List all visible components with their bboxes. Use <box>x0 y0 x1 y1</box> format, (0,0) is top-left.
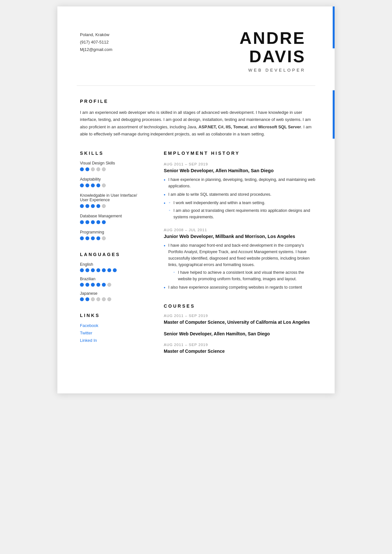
dot <box>85 167 89 171</box>
profile-text: I am an experienced web developer who is… <box>80 109 315 137</box>
skill-dots <box>80 236 151 240</box>
sub-bullet-item: I am also good at translating client req… <box>169 207 315 220</box>
courses-title: COURSES <box>164 303 315 309</box>
course-item-2: Senior Web Developer, Allen Hamilton, Sa… <box>164 331 315 336</box>
sub-bullets: I work well independently and within a t… <box>164 200 315 220</box>
languages-section: LANGUAGES English <box>80 252 151 301</box>
skill-adaptability: Adaptability <box>80 177 151 187</box>
dot <box>102 236 106 240</box>
job-bullets-1: I have experience in planning, developin… <box>164 176 315 220</box>
profile-title: PROFILE <box>80 99 315 104</box>
profile-section: PROFILE I am an experienced web develope… <box>80 99 315 137</box>
skill-name: Knowledgable in User Interface/User Expe… <box>80 193 151 202</box>
employment-title: EMPLOYMENT HISTORY <box>164 151 315 156</box>
dot <box>102 283 106 287</box>
courses-section: COURSES AUG 2011 – SEP 2019 Master of Co… <box>164 303 315 354</box>
dot <box>80 268 84 272</box>
dot <box>91 183 95 187</box>
dot <box>85 204 89 208</box>
left-column: SKILLS Visual Design Skills Adaptability <box>80 151 151 360</box>
skill-visual-design: Visual Design Skills <box>80 161 151 171</box>
header-section: Poland, Kraków (917) 407-5112 Mj12@gmail… <box>57 6 335 85</box>
dot <box>80 220 84 224</box>
skill-name: Adaptability <box>80 177 151 182</box>
sub-bullet-item: I have helped to achieve a consistent lo… <box>173 269 315 282</box>
course-item-3: AUG 2011 – SEP 2019 Master of Computer S… <box>164 343 315 354</box>
dot <box>96 283 100 287</box>
lang-japanese: Japanese <box>80 291 151 301</box>
skill-ui-ux: Knowledgable in User Interface/User Expe… <box>80 193 151 208</box>
dot <box>85 283 89 287</box>
dot <box>102 183 106 187</box>
lang-name: Japanese <box>80 291 151 296</box>
skills-title: SKILLS <box>80 151 151 156</box>
dot <box>91 167 95 171</box>
course-title: Senior Web Developer, Allen Hamilton, Sa… <box>164 331 315 336</box>
dot <box>107 268 111 272</box>
links-section: LINKS Facebook Twitter Linked In <box>80 313 151 343</box>
course-title: Master of Computer Science <box>164 349 315 354</box>
dot <box>80 283 84 287</box>
link-facebook[interactable]: Facebook <box>80 323 151 328</box>
dot <box>96 183 100 187</box>
lang-brazilian: Brazilian <box>80 277 151 287</box>
job-title-header: WEB DEVELOPER <box>240 68 306 73</box>
job-title-2: Junior Web Developer, Millbank and Morri… <box>164 234 315 239</box>
dot <box>102 297 106 301</box>
dot <box>85 297 89 301</box>
dot <box>80 183 84 187</box>
dot <box>85 220 89 224</box>
skill-dots <box>80 167 151 171</box>
skill-name: Visual Design Skills <box>80 161 151 165</box>
dot <box>107 283 111 287</box>
lang-dots <box>80 283 151 287</box>
main-content: PROFILE I am an experienced web develope… <box>57 86 335 373</box>
dot <box>102 220 106 224</box>
lang-dots <box>80 268 151 272</box>
job-title-1: Senior Web Developer, Allen Hamilton, Sa… <box>164 168 315 173</box>
dot <box>96 268 100 272</box>
dot <box>85 268 89 272</box>
dot <box>85 236 89 240</box>
dot <box>80 167 84 171</box>
lang-dots <box>80 297 151 301</box>
dot <box>96 220 100 224</box>
resume-page: Poland, Kraków (917) 407-5112 Mj12@gmail… <box>57 6 335 393</box>
dot <box>91 268 95 272</box>
course-item-1: AUG 2011 – SEP 2019 Master of Computer S… <box>164 314 315 325</box>
links-title: LINKS <box>80 313 151 318</box>
dot <box>91 220 95 224</box>
dot <box>96 204 100 208</box>
course-date: AUG 2011 – SEP 2019 <box>164 343 315 347</box>
skill-database: Database Management <box>80 214 151 224</box>
dot <box>91 283 95 287</box>
skill-name: Database Management <box>80 214 151 218</box>
lang-name: English <box>80 262 151 267</box>
languages-title: LANGUAGES <box>80 252 151 257</box>
sub-bullet-item: I work well independently and within a t… <box>169 200 315 206</box>
skill-programming: Programming <box>80 230 151 240</box>
dot <box>91 204 95 208</box>
skill-dots <box>80 183 151 187</box>
lang-english: English <box>80 262 151 272</box>
phone: (917) 407-5112 <box>80 40 113 45</box>
dot <box>102 204 106 208</box>
dot <box>96 167 100 171</box>
blue-bar-mid <box>333 90 335 139</box>
dot <box>91 236 95 240</box>
bullet-item: I work well independently and within a t… <box>164 200 315 220</box>
course-date: AUG 2011 – SEP 2019 <box>164 314 315 318</box>
name-block: ANDRE DAVIS WEB DEVELOPER <box>240 29 315 73</box>
link-linkedin[interactable]: Linked In <box>80 338 151 343</box>
bullet-item: I have also managed front-end and back-e… <box>164 242 315 282</box>
dot <box>113 268 117 272</box>
bullet-item: I also have experience assessing competi… <box>164 284 315 291</box>
email: Mj12@gmail.com <box>80 47 113 52</box>
full-name: ANDRE DAVIS <box>240 29 306 66</box>
job-bullets-2: I have also managed front-end and back-e… <box>164 242 315 291</box>
lang-name: Brazilian <box>80 277 151 281</box>
link-twitter[interactable]: Twitter <box>80 331 151 335</box>
contact-info: Poland, Kraków (917) 407-5112 Mj12@gmail… <box>80 29 113 52</box>
skill-dots <box>80 220 151 224</box>
skill-name: Programming <box>80 230 151 234</box>
